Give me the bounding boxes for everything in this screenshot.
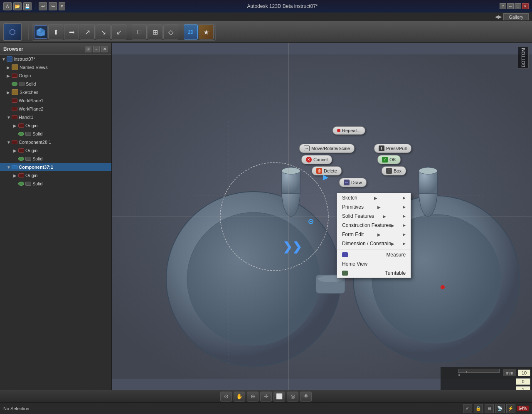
- tree-label-component28: Component28:1: [19, 140, 51, 145]
- ruler-val0: 0: [516, 378, 530, 385]
- browser-title: Browser: [3, 46, 23, 52]
- select-button[interactable]: ✛: [260, 392, 272, 402]
- tree-item-origin-c28[interactable]: ▶ Origin: [0, 146, 111, 155]
- box-select-button[interactable]: ⬜: [273, 392, 285, 402]
- browser-minimize-icon[interactable]: –: [93, 46, 100, 52]
- toolbar-separator3: [181, 25, 181, 39]
- app-logo-button[interactable]: ⬡: [3, 23, 22, 41]
- press-pull-button[interactable]: ⬇ Press/Pull: [374, 144, 411, 153]
- svg-text:❯❯: ❯❯: [283, 240, 302, 254]
- tree-item-sketches[interactable]: ▶ Sketches: [0, 88, 111, 96]
- title-bar: A 📂 💾 ↩ ↪ ▼ Autodesk 123D Beta instruct0…: [0, 0, 532, 12]
- ctx-construction-features[interactable]: Construction Features ▶: [337, 221, 411, 230]
- context-menu: Sketch ▶ Primitives ▶ Solid Features ▶ C…: [337, 193, 411, 278]
- view-iso2-button[interactable]: ↘: [96, 25, 111, 39]
- single-view-button[interactable]: □: [132, 25, 147, 39]
- repeat-button[interactable]: Repeat...: [332, 126, 365, 135]
- tree-item-hand1[interactable]: ▼ Hand:1: [0, 113, 111, 121]
- tree-label-sketches: Sketches: [20, 90, 38, 95]
- status-lock-icon[interactable]: 🔒: [474, 404, 483, 413]
- ctx-primitives[interactable]: Primitives ▶: [337, 202, 411, 212]
- svg-point-5: [187, 212, 320, 345]
- ctx-home-view[interactable]: Home View: [337, 259, 411, 269]
- tree-item-solid-c28[interactable]: Solid: [0, 155, 111, 163]
- tree-label-named-views: Named Views: [20, 65, 48, 70]
- tree-item-solid-hand[interactable]: Solid: [0, 130, 111, 138]
- 2d-view-button[interactable]: 2D: [184, 25, 198, 39]
- tree-label-workplane1: WorkPlane1: [19, 98, 44, 103]
- cancel-button[interactable]: ✕ Cancel: [301, 155, 332, 164]
- ctx-separator1: [337, 249, 411, 249]
- status-screen-icon[interactable]: 🖥: [485, 404, 494, 413]
- tree-item-origin-hand[interactable]: ▶ Origin: [0, 121, 111, 130]
- ctx-form-edit[interactable]: Form Edit ▶: [337, 230, 411, 239]
- tree-item-component28[interactable]: ▼ Component28:1: [0, 138, 111, 146]
- 3d-viewport[interactable]: BOTTOM: [112, 43, 532, 390]
- toolbar: ⬡ ⬆ ➡ ↗ ↘ ↙ □ ⊞ ◇ 2D ★: [0, 22, 532, 43]
- app-title: Autodesk 123D Beta instruct07*: [247, 3, 318, 9]
- ctx-solid-features[interactable]: Solid Features ▶: [337, 212, 411, 221]
- draw-button[interactable]: ✏ Draw: [339, 178, 367, 187]
- tree-label-origin-c37: Origin: [25, 173, 37, 178]
- box-button[interactable]: □ Box: [382, 166, 406, 175]
- tree-label-solid-c37: Solid: [32, 181, 42, 186]
- crosshair-horizontal: [112, 217, 532, 217]
- status-bar: No Selection ✓ 🔒 🖥 📡 ⚡ 64%: [0, 402, 532, 414]
- section-view-button[interactable]: 👁: [300, 392, 312, 402]
- app-menu-icons[interactable]: A 📂 💾 ↩ ↪ ▼: [3, 2, 65, 10]
- browser-header-icons[interactable]: ⊞ – ✕: [85, 46, 108, 52]
- pan-button[interactable]: ✋: [234, 392, 245, 402]
- view-iso3-button[interactable]: ↙: [111, 25, 126, 39]
- tree-container: ▼ instruct07* ▶ Named Views ▶ Origin: [0, 55, 111, 188]
- ctx-dimension-constrain[interactable]: Dimension / Constrain ▶: [337, 239, 411, 248]
- gallery-arrow[interactable]: ◀▶: [495, 14, 502, 20]
- status-check-icon[interactable]: ✓: [463, 404, 472, 413]
- ok-button[interactable]: ✓ OK: [377, 155, 401, 164]
- viewport-label: BOTTOM: [518, 47, 529, 69]
- svg-point-19: [310, 221, 312, 222]
- tree-label-solid-c28: Solid: [32, 156, 42, 161]
- tree-item-workplane2[interactable]: WorkPlane2: [0, 105, 111, 113]
- window-controls[interactable]: ? ─ □ ✕: [500, 3, 529, 9]
- main-area: Browser ⊞ – ✕ ▼ instruct07* ▶ Named View…: [0, 43, 532, 390]
- ctx-measure[interactable]: Measure: [337, 250, 411, 259]
- tree-label-solid-hand: Solid: [32, 131, 42, 136]
- ruler-unit: mm: [503, 370, 516, 376]
- quad-view-button[interactable]: ⊞: [148, 25, 163, 39]
- browser-grid-icon[interactable]: ⊞: [85, 46, 91, 52]
- ctx-sketch[interactable]: Sketch ▶: [337, 193, 411, 202]
- ruler-panel: 0 mm 10 0 1: [441, 367, 532, 390]
- tab-bar: ◀▶ Gallery: [0, 12, 532, 22]
- browser-close-icon[interactable]: ✕: [101, 46, 108, 52]
- tree-label-origin-c28: Origin: [25, 148, 37, 153]
- ortho-button[interactable]: ◇: [163, 25, 178, 39]
- status-text: No Selection: [3, 406, 29, 411]
- orbit-button[interactable]: ⊙: [220, 392, 232, 402]
- status-network-icon[interactable]: 📡: [495, 404, 505, 413]
- tree-item-solid-c37[interactable]: Solid: [0, 180, 111, 188]
- view-home-button[interactable]: [34, 25, 47, 39]
- view-front-button[interactable]: ⬆: [48, 25, 63, 39]
- look-at-button[interactable]: ◎: [287, 392, 298, 402]
- tree-item-workplane1[interactable]: WorkPlane1: [0, 96, 111, 105]
- selection-arrow: ▶: [323, 173, 328, 181]
- status-warning-icon[interactable]: ⚡: [506, 404, 515, 413]
- svg-point-8: [441, 285, 445, 289]
- tree-item-solid-1[interactable]: Solid: [0, 80, 111, 88]
- tree-item-component37[interactable]: ▼ Component37:1: [0, 163, 111, 171]
- tree-item-named-views[interactable]: ▶ Named Views: [0, 63, 111, 71]
- tree-label-origin-1: Origin: [19, 73, 31, 78]
- zoom-button[interactable]: ⊕: [247, 392, 259, 402]
- tree-item-root[interactable]: ▼ instruct07*: [0, 55, 111, 63]
- ctx-turntable[interactable]: Turntable: [337, 269, 411, 278]
- status-icons: ✓ 🔒 🖥 📡 ⚡ 64%: [463, 404, 529, 413]
- view-right-button[interactable]: ➡: [64, 25, 79, 39]
- tree-label-root: instruct07*: [14, 57, 35, 62]
- toolbar-separator: [28, 25, 29, 39]
- view-iso1-button[interactable]: ↗: [80, 25, 95, 39]
- tree-item-origin-c37[interactable]: ▶ Origin: [0, 171, 111, 180]
- gallery-tab[interactable]: Gallery: [503, 13, 529, 20]
- tree-item-origin-1[interactable]: ▶ Origin: [0, 71, 111, 80]
- material-button[interactable]: ★: [199, 25, 214, 39]
- move-rotate-scale-button[interactable]: ↔ Move/Rotate/Scale: [299, 144, 355, 153]
